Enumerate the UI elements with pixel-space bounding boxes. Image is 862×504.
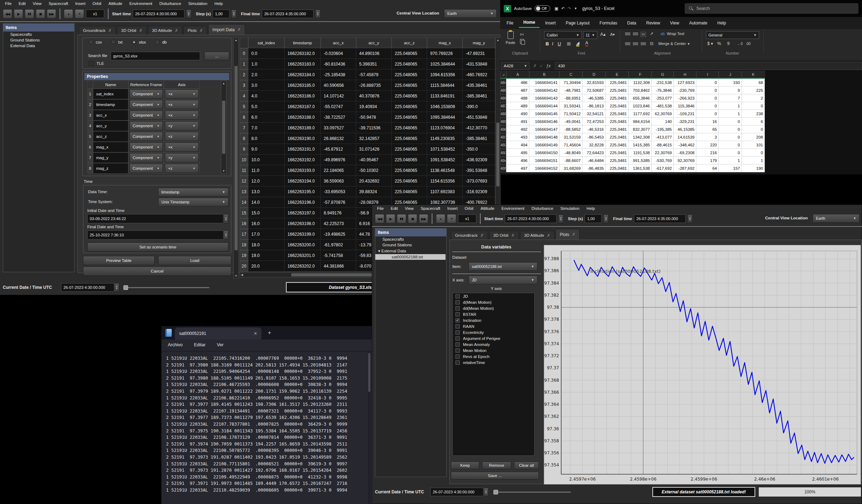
sheet-cell[interactable]: -75,3846 (652, 86, 674, 94)
increase-decimal-icon[interactable]: ←0 (737, 42, 743, 46)
sheet-cell[interactable]: 1666694151 (529, 157, 559, 164)
tree-item-spacecrafts[interactable]: Spacecrafts (3, 32, 74, 37)
sheet-cell[interactable]: -348,462 (674, 141, 696, 149)
row-header[interactable]: 484 (500, 79, 506, 86)
row-header[interactable]: 487 (500, 102, 506, 110)
fast-forward-button[interactable]: ▶▶ (47, 9, 56, 18)
yaxis-option-d-mean-motion-[interactable]: d(Mean Motion) (453, 299, 534, 305)
central-view-dropdown[interactable]: Earth▼ (444, 9, 497, 18)
wrap-text-icon[interactable]: ab (661, 32, 665, 36)
sheet-cell[interactable]: 238 (742, 110, 765, 118)
sheet-cell[interactable]: 115,3846 (674, 102, 696, 110)
reference-frame-dropdown[interactable]: Component▼ (129, 100, 163, 109)
orientation-icon[interactable]: ↗ (650, 31, 653, 36)
sheet-cell[interactable]: 0 (719, 118, 742, 125)
sheet-cell[interactable]: 1666694142 (529, 86, 559, 94)
sheet-cell[interactable]: -253,077 (652, 94, 674, 102)
time-slider-handle[interactable] (493, 490, 498, 494)
checkbox-icon[interactable] (455, 324, 460, 329)
sheet-cell[interactable]: 46,15385 (674, 125, 696, 133)
sheet-cell[interactable]: 190 (742, 164, 765, 172)
sheet-cell[interactable]: 32,8228 (582, 141, 606, 149)
sheet-cell[interactable]: 31,59341 (559, 102, 582, 110)
sheet-cell[interactable]: 225,0481 (606, 125, 629, 133)
column-header-A[interactable]: A (506, 71, 529, 78)
menu-disturbance[interactable]: Disturbance (156, 1, 184, 6)
sheet-cell[interactable]: 1342,308 (629, 133, 652, 141)
excel-search-box[interactable]: Search (685, 3, 858, 14)
reference-frame-dropdown[interactable]: Component▼ (129, 121, 163, 130)
menu-orbit[interactable]: Orbit (89, 1, 105, 6)
sheet-cell[interactable]: 0 (742, 102, 765, 110)
tab-3d-attitude[interactable]: 3D Attitude✗ (148, 26, 182, 35)
ribbon-tab-review[interactable]: Review (642, 18, 664, 28)
align-bottom-icon[interactable] (641, 32, 646, 37)
sheet-cell[interactable]: 1 (742, 157, 765, 164)
sheet-cell[interactable]: 491 (506, 118, 529, 125)
decrease-decimal-icon[interactable]: .00 (746, 42, 751, 46)
tab-close-icon[interactable]: ✗ (572, 232, 575, 237)
axis-dropdown[interactable]: +z▼ (165, 132, 199, 141)
save-icon[interactable]: ▣ (553, 6, 560, 11)
yaxis-option-revs-at-epoch[interactable]: Revs at Epoch (453, 353, 534, 359)
sheet-cell[interactable]: 497 (506, 164, 529, 172)
yaxis-option-dd-mean-motion-[interactable]: dd(Mean Motion) (453, 305, 534, 311)
menu-environment[interactable]: Environment (126, 1, 156, 6)
fill-color-icon[interactable]: ◢ (576, 40, 579, 46)
step-input[interactable]: 1,00 (585, 214, 602, 223)
sheet-cell[interactable]: 655,3846 (629, 94, 652, 102)
menu-file[interactable]: File (1, 1, 15, 6)
tab-plots[interactable]: Plots✗ (556, 229, 580, 240)
axis-dropdown[interactable]: +y▼ (165, 153, 199, 162)
sheet-cell[interactable]: 64 (696, 164, 719, 172)
final-time-spinner[interactable]: ▲▼ (687, 214, 692, 223)
notepad-menu-editar[interactable]: Editar (190, 341, 210, 349)
table-header-mag_x[interactable]: mag_x (427, 38, 463, 48)
sheet-cell[interactable]: -413,077 (652, 133, 674, 141)
select-all-corner[interactable]: ◢ (500, 71, 506, 78)
speed-up-button[interactable]: ▲ (436, 214, 445, 223)
sheet-cell[interactable]: 72,47253 (582, 118, 606, 125)
sheet-cell[interactable]: 9 (719, 86, 742, 94)
tab-close-icon[interactable]: ✗ (139, 28, 142, 33)
font-size-select[interactable]: 11▼ (583, 31, 597, 39)
reference-frame-dropdown[interactable]: Component▼ (129, 153, 163, 162)
yaxis-option-bstar[interactable]: BSTAR (453, 311, 534, 317)
sheet-cell[interactable]: 101 (742, 141, 765, 149)
format-radio-xlsx[interactable]: xlsx (132, 40, 146, 44)
menu-help[interactable]: Help (211, 1, 226, 6)
initial-datetime-input[interactable]: 03-09-2022 23:46:22 (87, 214, 223, 223)
tab-groundtrack[interactable]: Groundtrack✗ (451, 231, 488, 240)
sheet-cell[interactable]: 1666694150 (529, 149, 559, 157)
tab-close-icon[interactable]: ✗ (511, 233, 514, 238)
sheet-cell[interactable]: 208 (742, 133, 765, 141)
menu-spacecraft[interactable]: Spacecraft (417, 206, 444, 211)
axis-dropdown[interactable]: +z▼ (165, 164, 199, 173)
wrap-text-label[interactable]: Wrap Text (667, 32, 684, 36)
sheet-cell[interactable]: 1177,692 (629, 110, 652, 118)
start-time-spinner[interactable]: ▲▼ (186, 10, 191, 18)
sheet-cell[interactable]: 0 (742, 149, 765, 157)
play-button[interactable]: ▶ (386, 214, 395, 223)
yaxis-option-argument-of-perigee[interactable]: Argument of Perigee (453, 335, 534, 341)
table-header-acc_z[interactable]: acc_z (392, 38, 427, 48)
axis-dropdown[interactable]: +y▼ (165, 121, 199, 130)
yaxis-option-raan[interactable]: RAAN (453, 323, 534, 329)
font-name-select[interactable]: Calibri▼ (544, 31, 582, 39)
row-header[interactable]: 488 (500, 110, 506, 118)
row-header[interactable]: 492 (500, 141, 506, 149)
sheet-cell[interactable]: 225,0481 (606, 141, 629, 149)
sheet-cell[interactable]: 179 (696, 157, 719, 164)
speed-up-button[interactable]: ▲ (64, 9, 73, 18)
remove-button[interactable]: Remove (482, 461, 511, 469)
axis-dropdown[interactable]: +x▼ (165, 111, 199, 120)
sheet-cell[interactable]: 225,0481 (606, 94, 629, 102)
sheet-cell[interactable]: -617,692 (652, 164, 674, 172)
checkbox-icon[interactable] (455, 294, 460, 298)
number-format-select[interactable]: General▼ (706, 31, 759, 39)
reference-frame-dropdown[interactable]: Component▼ (129, 142, 163, 152)
sheet-cell[interactable]: 1666694146 (529, 118, 559, 125)
sheet-cell[interactable]: 490 (506, 110, 529, 118)
central-view-dropdown[interactable]: Earth▼ (813, 214, 860, 223)
sheet-cell[interactable]: 1666694145 (529, 110, 559, 118)
